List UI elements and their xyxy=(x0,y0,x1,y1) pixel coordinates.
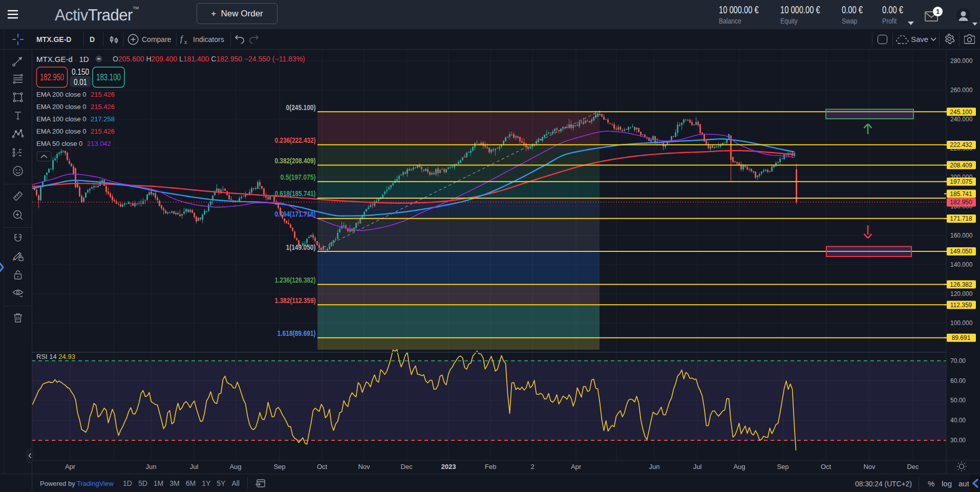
svg-text:0.382(208.409): 0.382(208.409) xyxy=(275,157,316,165)
svg-text:f: f xyxy=(180,34,184,44)
svg-text:171.718: 171.718 xyxy=(950,215,972,222)
svg-text:208.409: 208.409 xyxy=(950,162,972,169)
svg-text:0.236(222.432): 0.236(222.432) xyxy=(275,136,316,144)
svg-text:MTX.GE-d · 1D: MTX.GE-d · 1D xyxy=(36,55,89,63)
svg-text:Oct: Oct xyxy=(821,463,832,470)
svg-text:0.618(185.741): 0.618(185.741) xyxy=(275,189,316,198)
svg-text:60.00: 60.00 xyxy=(950,377,966,384)
svg-text:Apr: Apr xyxy=(571,463,582,470)
svg-text:182.950: 182.950 xyxy=(40,72,64,82)
svg-text:EMA 200 close 0215.426: EMA 200 close 0215.426 xyxy=(36,103,115,111)
svg-text:Jul: Jul xyxy=(693,463,702,470)
svg-text:0.150: 0.150 xyxy=(72,67,89,76)
svg-text:126.382: 126.382 xyxy=(950,281,972,288)
svg-text:260.000: 260.000 xyxy=(950,87,973,94)
svg-text:Jun: Jun xyxy=(146,463,157,470)
svg-text:Apr: Apr xyxy=(65,463,76,470)
svg-text:0(245.100): 0(245.100) xyxy=(286,103,316,112)
svg-text:222.432: 222.432 xyxy=(950,141,972,148)
svg-text:Jul: Jul xyxy=(190,463,199,470)
svg-text:Feb: Feb xyxy=(485,463,496,470)
svg-text:100.000: 100.000 xyxy=(950,319,973,327)
svg-text:160.000: 160.000 xyxy=(950,232,973,239)
svg-text:Nov: Nov xyxy=(358,463,370,470)
svg-text:197.075: 197.075 xyxy=(950,178,972,185)
svg-text:1.382(112.359): 1.382(112.359) xyxy=(275,296,316,305)
svg-text:120.000: 120.000 xyxy=(950,290,973,297)
svg-text:1.618(89.691): 1.618(89.691) xyxy=(278,329,316,337)
svg-text:140.000: 140.000 xyxy=(950,261,973,268)
svg-text:2: 2 xyxy=(530,463,534,470)
svg-text:50.00: 50.00 xyxy=(950,397,966,404)
svg-text:EMA 200 close 0215.426: EMA 200 close 0215.426 xyxy=(36,127,115,135)
svg-text:2023: 2023 xyxy=(441,463,456,470)
svg-text:112.359: 112.359 xyxy=(950,302,972,309)
svg-text:182.950: 182.950 xyxy=(950,199,972,206)
svg-text:240.000: 240.000 xyxy=(950,116,973,123)
svg-text:0.01: 0.01 xyxy=(74,77,87,87)
svg-text:30.00: 30.00 xyxy=(950,437,966,444)
svg-text:Aug: Aug xyxy=(733,463,745,470)
svg-text:40.00: 40.00 xyxy=(950,417,966,424)
svg-text:245.100: 245.100 xyxy=(950,109,972,116)
svg-text:O205.600 H209.400 L181.400 C18: O205.600 H209.400 L181.400 C182.950 −24.… xyxy=(113,55,305,63)
svg-text:EMA 200 close 0215.426: EMA 200 close 0215.426 xyxy=(36,91,115,98)
svg-text:Dec: Dec xyxy=(907,463,919,470)
svg-text:Sep: Sep xyxy=(777,463,789,470)
svg-text:70.00: 70.00 xyxy=(950,357,966,365)
svg-text:Oct: Oct xyxy=(317,463,328,470)
svg-text:0.764(171.718): 0.764(171.718) xyxy=(275,210,316,218)
svg-text:Dec: Dec xyxy=(400,463,413,470)
svg-text:0.5(197.075): 0.5(197.075) xyxy=(281,173,316,181)
svg-text:Sep: Sep xyxy=(273,463,285,470)
svg-text:280.000: 280.000 xyxy=(950,57,973,65)
svg-text:Nov: Nov xyxy=(863,463,876,470)
svg-text:EMA 100 close 0217.258: EMA 100 close 0217.258 xyxy=(36,115,115,123)
svg-text:Aug: Aug xyxy=(229,463,241,470)
svg-text:x: x xyxy=(184,39,187,45)
svg-text:89.691: 89.691 xyxy=(952,334,971,341)
svg-text:Jun: Jun xyxy=(649,463,660,470)
svg-text:185.741: 185.741 xyxy=(950,190,972,198)
svg-text:183.100: 183.100 xyxy=(96,72,121,82)
svg-text:1.236(126.382): 1.236(126.382) xyxy=(275,276,316,284)
svg-text:149.050: 149.050 xyxy=(950,248,972,255)
svg-text:1(149.050): 1(149.050) xyxy=(286,243,316,251)
svg-text:RSI 14 24.93: RSI 14 24.93 xyxy=(36,353,75,360)
svg-text:EMA 50 close 0213.042: EMA 50 close 0213.042 xyxy=(36,140,111,147)
